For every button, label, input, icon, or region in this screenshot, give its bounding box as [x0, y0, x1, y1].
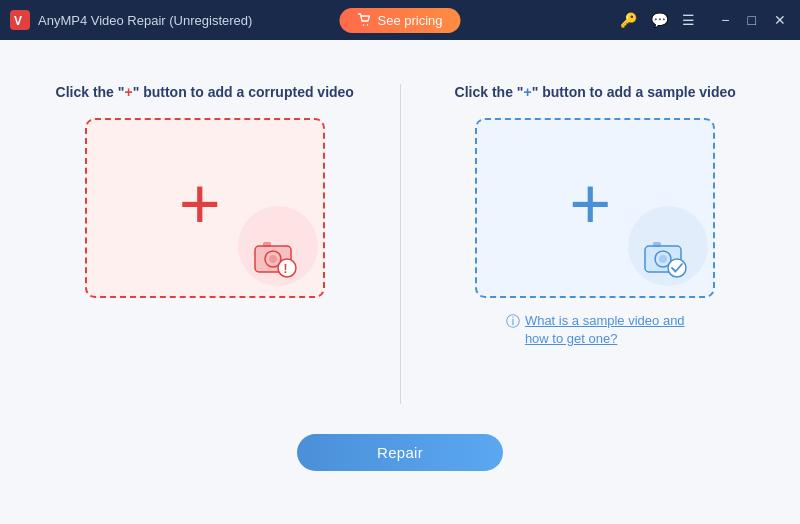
- key-icon[interactable]: 🔑: [620, 12, 637, 28]
- corrupted-camera-icon: !: [249, 236, 301, 278]
- menu-icon[interactable]: ☰: [682, 12, 695, 28]
- sample-camera-icon: [639, 236, 691, 278]
- see-pricing-button[interactable]: See pricing: [339, 8, 460, 33]
- svg-rect-13: [653, 242, 661, 247]
- maximize-button[interactable]: □: [744, 10, 760, 30]
- window-controls: − □ ✕: [717, 10, 790, 30]
- svg-point-12: [659, 255, 667, 263]
- add-corrupted-video-button[interactable]: + !: [85, 118, 325, 298]
- help-link-text: What is a sample video andhow to get one…: [525, 312, 685, 348]
- sample-panel-title: Click the "+" button to add a sample vid…: [455, 84, 736, 100]
- svg-point-2: [363, 24, 365, 26]
- corrupted-plus-icon: +: [179, 167, 221, 239]
- help-circle-icon: ⓘ: [506, 313, 520, 331]
- svg-rect-7: [263, 242, 271, 247]
- chat-icon[interactable]: 💬: [651, 12, 668, 28]
- corrupted-panel-title: Click the "+" button to add a corrupted …: [56, 84, 354, 100]
- svg-text:V: V: [14, 14, 22, 28]
- svg-point-3: [367, 24, 369, 26]
- titlebar-right: 🔑 💬 ☰ − □ ✕: [620, 10, 790, 30]
- svg-point-6: [269, 255, 277, 263]
- titlebar-left: V AnyMP4 Video Repair (Unregistered): [10, 10, 252, 30]
- titlebar-center: See pricing: [339, 8, 460, 33]
- corrupted-video-panel: Click the "+" button to add a corrupted …: [40, 84, 370, 298]
- app-title: AnyMP4 Video Repair (Unregistered): [38, 13, 252, 28]
- cart-icon: [357, 13, 371, 27]
- add-sample-video-button[interactable]: +: [475, 118, 715, 298]
- panel-divider: [400, 84, 401, 404]
- svg-text:!: !: [283, 262, 287, 276]
- repair-button[interactable]: Repair: [297, 434, 503, 471]
- see-pricing-label: See pricing: [377, 13, 442, 28]
- corrupted-plus-symbol: +: [124, 84, 132, 100]
- sample-video-panel: Click the "+" button to add a sample vid…: [431, 84, 761, 348]
- sample-plus-icon: +: [569, 167, 611, 239]
- sample-plus-symbol: +: [523, 84, 531, 100]
- panels: Click the "+" button to add a corrupted …: [40, 84, 760, 404]
- close-button[interactable]: ✕: [770, 10, 790, 30]
- main-content: Click the "+" button to add a corrupted …: [0, 40, 800, 524]
- repair-button-wrap: Repair: [297, 434, 503, 471]
- app-logo-icon: V: [10, 10, 30, 30]
- titlebar: V AnyMP4 Video Repair (Unregistered) See…: [0, 0, 800, 40]
- svg-point-14: [668, 259, 686, 277]
- sample-video-help-link[interactable]: ⓘ What is a sample video andhow to get o…: [506, 312, 685, 348]
- minimize-button[interactable]: −: [717, 10, 733, 30]
